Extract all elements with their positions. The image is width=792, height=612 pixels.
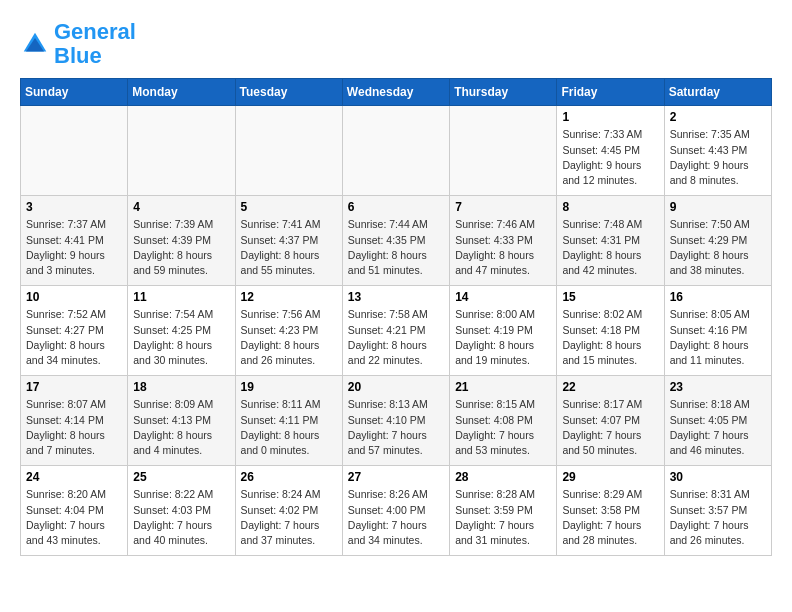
page-header: General Blue bbox=[20, 20, 772, 68]
day-number: 13 bbox=[348, 290, 444, 304]
calendar-cell: 22Sunrise: 8:17 AM Sunset: 4:07 PM Dayli… bbox=[557, 376, 664, 466]
calendar-cell: 28Sunrise: 8:28 AM Sunset: 3:59 PM Dayli… bbox=[450, 466, 557, 556]
day-number: 5 bbox=[241, 200, 337, 214]
header-sunday: Sunday bbox=[21, 79, 128, 106]
day-info: Sunrise: 8:11 AM Sunset: 4:11 PM Dayligh… bbox=[241, 397, 337, 458]
calendar-cell bbox=[450, 106, 557, 196]
day-number: 16 bbox=[670, 290, 766, 304]
day-info: Sunrise: 8:22 AM Sunset: 4:03 PM Dayligh… bbox=[133, 487, 229, 548]
calendar-cell: 29Sunrise: 8:29 AM Sunset: 3:58 PM Dayli… bbox=[557, 466, 664, 556]
calendar-cell: 24Sunrise: 8:20 AM Sunset: 4:04 PM Dayli… bbox=[21, 466, 128, 556]
calendar-cell: 5Sunrise: 7:41 AM Sunset: 4:37 PM Daylig… bbox=[235, 196, 342, 286]
day-number: 26 bbox=[241, 470, 337, 484]
calendar-cell: 11Sunrise: 7:54 AM Sunset: 4:25 PM Dayli… bbox=[128, 286, 235, 376]
day-number: 18 bbox=[133, 380, 229, 394]
calendar-cell: 25Sunrise: 8:22 AM Sunset: 4:03 PM Dayli… bbox=[128, 466, 235, 556]
logo: General Blue bbox=[20, 20, 136, 68]
day-number: 19 bbox=[241, 380, 337, 394]
day-info: Sunrise: 8:13 AM Sunset: 4:10 PM Dayligh… bbox=[348, 397, 444, 458]
day-info: Sunrise: 8:29 AM Sunset: 3:58 PM Dayligh… bbox=[562, 487, 658, 548]
day-info: Sunrise: 8:00 AM Sunset: 4:19 PM Dayligh… bbox=[455, 307, 551, 368]
day-info: Sunrise: 8:28 AM Sunset: 3:59 PM Dayligh… bbox=[455, 487, 551, 548]
day-info: Sunrise: 8:05 AM Sunset: 4:16 PM Dayligh… bbox=[670, 307, 766, 368]
calendar-week-4: 17Sunrise: 8:07 AM Sunset: 4:14 PM Dayli… bbox=[21, 376, 772, 466]
calendar-week-1: 1Sunrise: 7:33 AM Sunset: 4:45 PM Daylig… bbox=[21, 106, 772, 196]
day-info: Sunrise: 7:58 AM Sunset: 4:21 PM Dayligh… bbox=[348, 307, 444, 368]
day-info: Sunrise: 7:50 AM Sunset: 4:29 PM Dayligh… bbox=[670, 217, 766, 278]
calendar-cell: 16Sunrise: 8:05 AM Sunset: 4:16 PM Dayli… bbox=[664, 286, 771, 376]
day-number: 15 bbox=[562, 290, 658, 304]
calendar: SundayMondayTuesdayWednesdayThursdayFrid… bbox=[20, 78, 772, 556]
logo-icon bbox=[20, 29, 50, 59]
day-info: Sunrise: 8:26 AM Sunset: 4:00 PM Dayligh… bbox=[348, 487, 444, 548]
calendar-cell: 9Sunrise: 7:50 AM Sunset: 4:29 PM Daylig… bbox=[664, 196, 771, 286]
day-info: Sunrise: 8:20 AM Sunset: 4:04 PM Dayligh… bbox=[26, 487, 122, 548]
day-number: 21 bbox=[455, 380, 551, 394]
calendar-cell: 8Sunrise: 7:48 AM Sunset: 4:31 PM Daylig… bbox=[557, 196, 664, 286]
calendar-cell: 4Sunrise: 7:39 AM Sunset: 4:39 PM Daylig… bbox=[128, 196, 235, 286]
calendar-cell: 26Sunrise: 8:24 AM Sunset: 4:02 PM Dayli… bbox=[235, 466, 342, 556]
calendar-cell bbox=[342, 106, 449, 196]
header-monday: Monday bbox=[128, 79, 235, 106]
calendar-cell bbox=[128, 106, 235, 196]
calendar-cell: 20Sunrise: 8:13 AM Sunset: 4:10 PM Dayli… bbox=[342, 376, 449, 466]
day-info: Sunrise: 7:41 AM Sunset: 4:37 PM Dayligh… bbox=[241, 217, 337, 278]
calendar-cell: 21Sunrise: 8:15 AM Sunset: 4:08 PM Dayli… bbox=[450, 376, 557, 466]
day-number: 28 bbox=[455, 470, 551, 484]
logo-text: General Blue bbox=[54, 20, 136, 68]
day-number: 23 bbox=[670, 380, 766, 394]
calendar-cell: 30Sunrise: 8:31 AM Sunset: 3:57 PM Dayli… bbox=[664, 466, 771, 556]
calendar-week-2: 3Sunrise: 7:37 AM Sunset: 4:41 PM Daylig… bbox=[21, 196, 772, 286]
day-number: 27 bbox=[348, 470, 444, 484]
calendar-cell: 14Sunrise: 8:00 AM Sunset: 4:19 PM Dayli… bbox=[450, 286, 557, 376]
day-number: 17 bbox=[26, 380, 122, 394]
header-tuesday: Tuesday bbox=[235, 79, 342, 106]
day-number: 10 bbox=[26, 290, 122, 304]
day-info: Sunrise: 8:02 AM Sunset: 4:18 PM Dayligh… bbox=[562, 307, 658, 368]
day-info: Sunrise: 8:31 AM Sunset: 3:57 PM Dayligh… bbox=[670, 487, 766, 548]
day-info: Sunrise: 8:17 AM Sunset: 4:07 PM Dayligh… bbox=[562, 397, 658, 458]
day-info: Sunrise: 7:39 AM Sunset: 4:39 PM Dayligh… bbox=[133, 217, 229, 278]
calendar-cell: 3Sunrise: 7:37 AM Sunset: 4:41 PM Daylig… bbox=[21, 196, 128, 286]
day-info: Sunrise: 7:56 AM Sunset: 4:23 PM Dayligh… bbox=[241, 307, 337, 368]
calendar-cell: 10Sunrise: 7:52 AM Sunset: 4:27 PM Dayli… bbox=[21, 286, 128, 376]
day-info: Sunrise: 7:46 AM Sunset: 4:33 PM Dayligh… bbox=[455, 217, 551, 278]
calendar-cell: 2Sunrise: 7:35 AM Sunset: 4:43 PM Daylig… bbox=[664, 106, 771, 196]
day-info: Sunrise: 8:15 AM Sunset: 4:08 PM Dayligh… bbox=[455, 397, 551, 458]
day-number: 24 bbox=[26, 470, 122, 484]
header-thursday: Thursday bbox=[450, 79, 557, 106]
day-number: 7 bbox=[455, 200, 551, 214]
day-info: Sunrise: 7:37 AM Sunset: 4:41 PM Dayligh… bbox=[26, 217, 122, 278]
day-info: Sunrise: 7:44 AM Sunset: 4:35 PM Dayligh… bbox=[348, 217, 444, 278]
day-info: Sunrise: 7:54 AM Sunset: 4:25 PM Dayligh… bbox=[133, 307, 229, 368]
day-number: 2 bbox=[670, 110, 766, 124]
calendar-cell: 18Sunrise: 8:09 AM Sunset: 4:13 PM Dayli… bbox=[128, 376, 235, 466]
calendar-cell: 23Sunrise: 8:18 AM Sunset: 4:05 PM Dayli… bbox=[664, 376, 771, 466]
header-wednesday: Wednesday bbox=[342, 79, 449, 106]
day-number: 4 bbox=[133, 200, 229, 214]
day-info: Sunrise: 8:09 AM Sunset: 4:13 PM Dayligh… bbox=[133, 397, 229, 458]
calendar-cell: 12Sunrise: 7:56 AM Sunset: 4:23 PM Dayli… bbox=[235, 286, 342, 376]
day-number: 22 bbox=[562, 380, 658, 394]
day-number: 6 bbox=[348, 200, 444, 214]
calendar-cell: 15Sunrise: 8:02 AM Sunset: 4:18 PM Dayli… bbox=[557, 286, 664, 376]
day-number: 30 bbox=[670, 470, 766, 484]
day-number: 1 bbox=[562, 110, 658, 124]
calendar-cell: 7Sunrise: 7:46 AM Sunset: 4:33 PM Daylig… bbox=[450, 196, 557, 286]
calendar-header-row: SundayMondayTuesdayWednesdayThursdayFrid… bbox=[21, 79, 772, 106]
calendar-cell: 17Sunrise: 8:07 AM Sunset: 4:14 PM Dayli… bbox=[21, 376, 128, 466]
day-info: Sunrise: 7:48 AM Sunset: 4:31 PM Dayligh… bbox=[562, 217, 658, 278]
day-number: 3 bbox=[26, 200, 122, 214]
day-info: Sunrise: 7:35 AM Sunset: 4:43 PM Dayligh… bbox=[670, 127, 766, 188]
day-number: 11 bbox=[133, 290, 229, 304]
day-number: 25 bbox=[133, 470, 229, 484]
calendar-cell: 6Sunrise: 7:44 AM Sunset: 4:35 PM Daylig… bbox=[342, 196, 449, 286]
header-friday: Friday bbox=[557, 79, 664, 106]
day-info: Sunrise: 8:07 AM Sunset: 4:14 PM Dayligh… bbox=[26, 397, 122, 458]
calendar-cell: 13Sunrise: 7:58 AM Sunset: 4:21 PM Dayli… bbox=[342, 286, 449, 376]
day-info: Sunrise: 8:18 AM Sunset: 4:05 PM Dayligh… bbox=[670, 397, 766, 458]
calendar-week-3: 10Sunrise: 7:52 AM Sunset: 4:27 PM Dayli… bbox=[21, 286, 772, 376]
day-number: 12 bbox=[241, 290, 337, 304]
day-info: Sunrise: 7:33 AM Sunset: 4:45 PM Dayligh… bbox=[562, 127, 658, 188]
calendar-cell: 1Sunrise: 7:33 AM Sunset: 4:45 PM Daylig… bbox=[557, 106, 664, 196]
